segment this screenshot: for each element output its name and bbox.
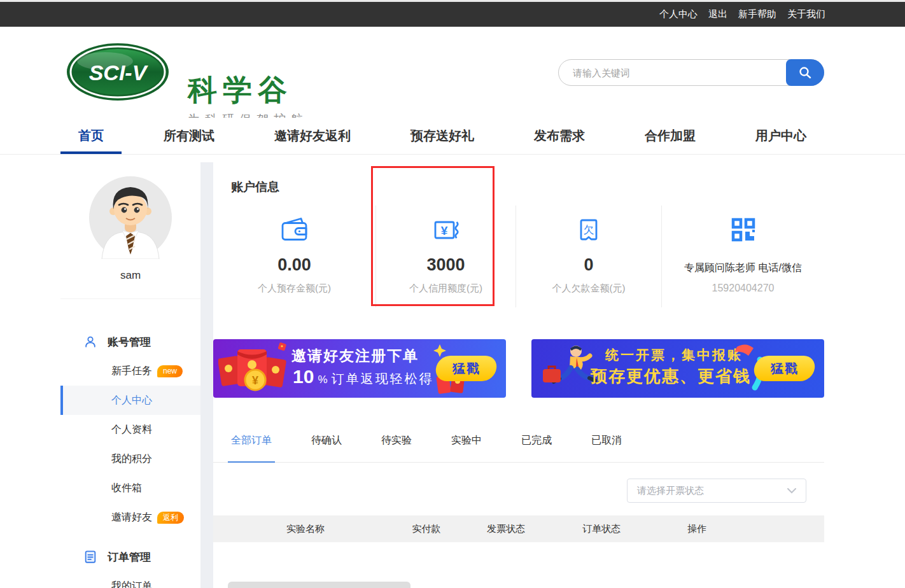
- credit-coupon-icon: ¥: [431, 214, 461, 245]
- sidebar-item-label: 我的订单: [111, 580, 152, 588]
- stat-label: 个人信用额度(元): [376, 283, 516, 295]
- stat-value: 0.00: [213, 255, 375, 275]
- nav-tab-user-center[interactable]: 用户中心: [738, 118, 824, 154]
- account-info-card: 账户信息 0.00 个人预存金额(元) ¥ 3000 个人信用额度(元): [213, 162, 824, 318]
- banner1-percent-number: 10: [293, 366, 314, 388]
- order-tab-pending-experiment[interactable]: 待实验: [378, 419, 415, 462]
- sidebar-item-personal-info[interactable]: 个人资料: [60, 415, 200, 444]
- account-info-title: 账户信息: [231, 179, 279, 195]
- sidebar-section-account: 账号管理 新手任务 new 个人中心 个人资料 我的积分 收件箱 邀请好友 返利: [60, 327, 200, 532]
- sidebar-item-my-orders[interactable]: 我的订单: [60, 571, 200, 588]
- sidebar-section-title: 订单管理: [108, 550, 151, 564]
- debt-symbol: 欠: [584, 224, 594, 236]
- topbar-link-logout[interactable]: 退出: [708, 8, 727, 20]
- sidebar-item-label: 个人资料: [111, 423, 152, 437]
- order-tab-in-experiment[interactable]: 实验中: [448, 419, 485, 462]
- sidebar-menu: 账号管理 新手任务 new 个人中心 个人资料 我的积分 收件箱 邀请好友 返利: [60, 299, 200, 588]
- sidebar-section-orders: 订单管理 我的订单: [60, 542, 200, 588]
- brand-logo-text: SCI-V: [89, 60, 149, 85]
- banner2-cta-button[interactable]: 猛戳: [752, 356, 817, 381]
- topbar: 个人中心 退出 新手帮助 关于我们: [0, 2, 905, 27]
- profile-block: sam: [60, 162, 200, 299]
- user-icon: [83, 335, 97, 349]
- invoice-status-select[interactable]: 请选择开票状态: [627, 479, 806, 503]
- stat-advisor-contact: 专属顾问陈老师 电话/微信 15920404270: [661, 206, 824, 307]
- nav-tab-publish-demand[interactable]: 发布需求: [516, 118, 603, 154]
- sidebar-item-label: 新手任务: [111, 365, 152, 378]
- topbar-link-personal-center[interactable]: 个人中心: [659, 8, 698, 20]
- brand-logo-oval[interactable]: SCI-V: [66, 42, 171, 102]
- banner-invite-friends[interactable]: ¥ 邀请好友注册下单 10 % 订单返现轻松得 猛戳: [213, 339, 506, 398]
- rebate-badge: 返利: [157, 512, 184, 524]
- search-button[interactable]: [786, 59, 824, 86]
- nav-tab-home[interactable]: 首页: [60, 118, 122, 154]
- sidebar: sam 账号管理 新手任务 new 个人中心 个人资料 我的积分: [60, 162, 200, 588]
- orders-table-header: 实验名称 实付款 发票状态 订单状态 操作: [213, 515, 824, 542]
- horizontal-scrollbar[interactable]: [228, 582, 410, 588]
- sidebar-item-label: 邀请好友: [111, 511, 152, 524]
- nav-tab-prestore-gift[interactable]: 预存送好礼: [393, 118, 492, 154]
- stat-label: 个人欠款金额(元): [516, 283, 661, 295]
- promo-banners: ¥ 邀请好友注册下单 10 % 订单返现轻松得 猛戳: [213, 339, 824, 398]
- sidebar-item-label: 我的积分: [111, 452, 152, 466]
- search-icon: [798, 66, 812, 80]
- order-tab-pending-confirm[interactable]: 待确认: [308, 419, 345, 462]
- document-icon: [83, 550, 97, 564]
- stat-label: 个人预存金额(元): [213, 283, 375, 295]
- order-tab-all[interactable]: 全部订单: [228, 419, 275, 462]
- banner1-percent-sign: %: [318, 374, 327, 386]
- yuan-symbol: ¥: [440, 224, 447, 237]
- banner2-cta-label: 猛戳: [771, 360, 799, 377]
- topbar-link-beginner-help[interactable]: 新手帮助: [738, 8, 776, 20]
- sidebar-item-inbox[interactable]: 收件箱: [60, 473, 200, 503]
- site-header: SCI-V 科学谷 为科研保驾护航: [0, 27, 905, 118]
- sidebar-item-personal-center[interactable]: 个人中心: [60, 386, 200, 415]
- qr-code-icon: [728, 214, 759, 245]
- table-header-paid-amount: 实付款: [398, 523, 455, 535]
- invoice-status-placeholder: 请选择开票状态: [637, 485, 704, 497]
- sidebar-item-my-points[interactable]: 我的积分: [60, 444, 200, 473]
- sidebar-section-title: 账号管理: [108, 335, 151, 349]
- layout-gap-strip: [200, 162, 213, 588]
- stat-prestore-amount: 0.00 个人预存金额(元): [213, 206, 375, 307]
- banner1-cta-label: 猛戳: [452, 360, 481, 377]
- sidebar-section-account-header[interactable]: 账号管理: [60, 327, 200, 356]
- coin-yuan-symbol: ¥: [252, 374, 258, 387]
- username: sam: [60, 269, 200, 282]
- stat-debt-amount: 欠 0 个人欠款金额(元): [516, 206, 661, 307]
- account-stats: 0.00 个人预存金额(元) ¥ 3000 个人信用额度(元) 欠 0 个人欠款…: [213, 206, 824, 307]
- advisor-text: 专属顾问陈老师 电话/微信: [662, 262, 824, 275]
- sidebar-section-orders-header[interactable]: 订单管理: [60, 542, 200, 571]
- search-input[interactable]: [559, 60, 786, 85]
- nav-tab-all-tests[interactable]: 所有测试: [146, 118, 232, 154]
- order-tabs: 全部订单 待确认 待实验 实验中 已完成 已取消: [213, 419, 824, 463]
- table-header-order-status: 订单状态: [557, 523, 646, 535]
- topbar-link-about-us[interactable]: 关于我们: [787, 8, 825, 20]
- banner1-subtitle-text: 订单返现轻松得: [332, 370, 434, 388]
- wallet-icon: [279, 214, 310, 245]
- sidebar-item-newbie-tasks[interactable]: 新手任务 new: [60, 356, 200, 386]
- debt-ticket-icon: 欠: [573, 214, 604, 245]
- red-envelopes-illustration: ¥: [218, 342, 291, 395]
- stat-value: 3000: [376, 255, 516, 275]
- banner1-title: 邀请好友注册下单: [291, 346, 419, 366]
- order-tab-completed[interactable]: 已完成: [518, 419, 555, 462]
- nav-tab-cooperation[interactable]: 合作加盟: [627, 118, 713, 154]
- main-navbar: 首页 所有测试 邀请好友返利 预存送好礼 发布需求 合作加盟 用户中心: [0, 118, 905, 155]
- new-badge: new: [157, 365, 183, 377]
- order-tab-cancelled[interactable]: 已取消: [588, 419, 625, 462]
- sidebar-item-invite-friends[interactable]: 邀请好友 返利: [60, 503, 200, 532]
- brand-name: 科学谷: [188, 75, 308, 104]
- nav-tab-invite-friends-rebate[interactable]: 邀请好友返利: [256, 118, 368, 154]
- banner-prestore-invoice[interactable]: 统一开票，集中报账 预存更优惠、更省钱 猛戳: [531, 339, 824, 398]
- chevron-down-icon: [787, 488, 796, 494]
- table-header-experiment-name: 实验名称: [213, 523, 398, 535]
- banner1-subtitle: 10 % 订单返现轻松得: [293, 366, 434, 388]
- search-bar: [558, 59, 824, 86]
- table-header-invoice-status: 发票状态: [455, 523, 557, 535]
- user-avatar[interactable]: [89, 176, 172, 259]
- sidebar-item-label: 收件箱: [111, 482, 142, 495]
- advisor-phone: 15920404270: [662, 283, 824, 294]
- banner1-cta-button[interactable]: 猛戳: [434, 356, 498, 381]
- sidebar-item-label: 个人中心: [111, 394, 152, 407]
